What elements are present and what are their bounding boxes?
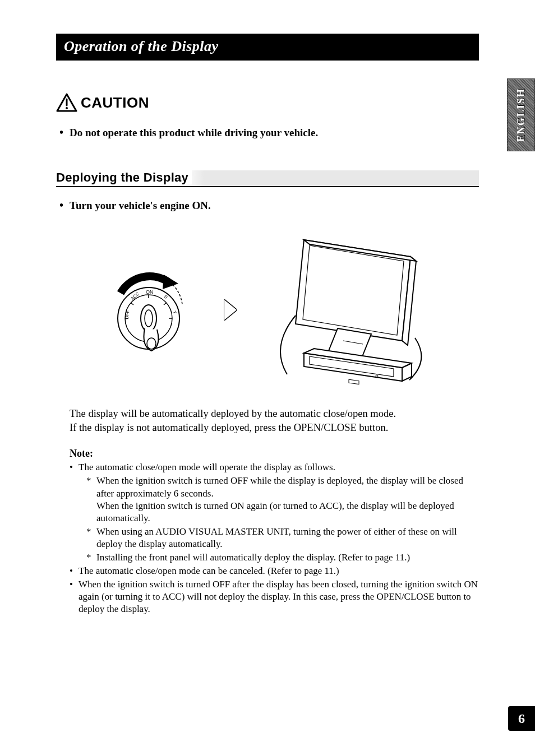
svg-line-9 xyxy=(131,303,133,305)
page-number-tab: 6 xyxy=(508,706,535,731)
body-line-1: The display will be automatically deploy… xyxy=(70,407,479,421)
ignition-switch-figure: OFF ACC ON S T xyxy=(101,262,196,358)
svg-rect-26 xyxy=(349,379,359,384)
svg-point-14 xyxy=(145,310,153,327)
note-heading: Note: xyxy=(70,447,479,460)
warning-triangle-icon xyxy=(56,93,77,112)
svg-text:T: T xyxy=(172,310,177,315)
svg-point-2 xyxy=(66,107,68,109)
caution-label: CAUTION xyxy=(81,94,149,112)
svg-point-15 xyxy=(147,338,156,349)
caution-bullet-text: Do not operate this product while drivin… xyxy=(56,127,479,139)
note-bullet: The automatic close/open mode can be can… xyxy=(70,565,479,577)
ignition-on-label: ON xyxy=(146,289,154,295)
note-sub-bullet: When the ignition switch is turned OFF w… xyxy=(86,475,479,524)
body-paragraph: The display will be automatically deploy… xyxy=(56,407,479,435)
flow-arrow-icon xyxy=(224,300,237,320)
body-line-2: If the display is not automatically depl… xyxy=(70,421,479,435)
note-sub-bullet: Installing the front panel will automati… xyxy=(86,551,479,564)
svg-line-10 xyxy=(164,303,167,305)
figure-row: OFF ACC ON S T xyxy=(56,229,479,391)
note-block: Note: The automatic close/open mode will… xyxy=(56,447,479,616)
section-header-deploying: Deploying the Display xyxy=(56,170,479,187)
caution-heading: CAUTION xyxy=(56,93,479,112)
svg-text:S: S xyxy=(163,294,169,299)
deploy-instruction: Turn your vehicle's engine ON. xyxy=(56,200,479,212)
svg-marker-17 xyxy=(303,245,404,335)
language-tab-label: ENGLISH xyxy=(515,88,527,142)
manual-page: Operation of the Display CAUTION Do not … xyxy=(0,0,535,638)
language-tab: ENGLISH xyxy=(507,78,535,151)
note-bullet: The automatic close/open mode will opera… xyxy=(70,461,479,564)
display-monitor-figure xyxy=(265,229,433,391)
svg-marker-3 xyxy=(163,275,178,289)
page-title-bar: Operation of the Display xyxy=(56,34,479,61)
note-bullet: When the ignition switch is turned OFF a… xyxy=(70,578,479,615)
note-sub-bullet: When using an AUDIO VISUAL MASTER UNIT, … xyxy=(86,526,479,550)
